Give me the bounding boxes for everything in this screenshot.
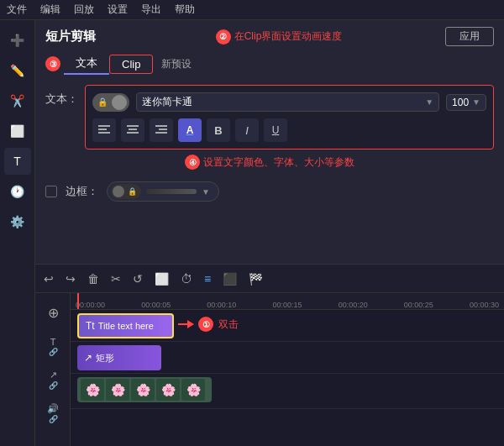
content-area: 短片剪辑 ② 在Clip界面设置动画速度 应用 ③ 文本 Clip 新预设 文本… — [35, 20, 504, 446]
video-thumb-2: 🌸 — [106, 379, 129, 401]
tl-redo-button[interactable]: ↪ — [66, 272, 76, 286]
font-name: 迷你简卡通 — [142, 95, 192, 109]
svg-rect-3 — [127, 125, 139, 127]
tab-wenben[interactable]: 文本 — [64, 53, 109, 75]
menu-help[interactable]: 帮助 — [175, 3, 195, 17]
svg-rect-2 — [98, 132, 110, 134]
italic-button[interactable]: I — [235, 118, 259, 142]
border-toggle-knob — [113, 186, 124, 197]
border-section: 边框： 🔒 ▼ — [45, 181, 494, 202]
menu-file[interactable]: 文件 — [7, 3, 27, 17]
tl-align-button[interactable]: ≡ — [204, 272, 211, 286]
tabs: ③ 文本 Clip 新预设 — [45, 53, 494, 75]
tl-text-track-icon[interactable]: T 🔗 — [35, 330, 71, 362]
color-swatch-bar — [146, 189, 197, 194]
svg-rect-8 — [155, 132, 167, 134]
clip-video[interactable]: 🌸 🌸 🌸 🌸 🌸 — [77, 377, 212, 402]
ruler-10: 00:00:10 — [207, 301, 272, 309]
timeline-toolbar: ↩ ↪ 🗑 ✂ ↺ ⬜ ⏱ ≡ ⬛ 🏁 — [35, 265, 504, 293]
ann3-circle: ③ — [45, 56, 60, 71]
ruler-15: 00:00:15 — [272, 301, 338, 309]
video-thumb-3: 🌸 — [131, 379, 155, 401]
menu-edit[interactable]: 编辑 — [40, 3, 60, 17]
ann1-text: 双击 — [218, 317, 239, 332]
clip-shape[interactable]: ↗ 矩形 — [77, 345, 161, 370]
tl-crop-button[interactable]: ⬜ — [155, 272, 169, 286]
sidebar-text-icon[interactable]: T — [4, 148, 31, 175]
svg-rect-0 — [98, 125, 110, 127]
ann4-circle: ④ — [185, 155, 200, 170]
tl-video-track-icon[interactable]: 🔊 🔗 — [35, 397, 71, 429]
align-right-button[interactable] — [150, 118, 173, 142]
tl-track-title: Tt Title text here ① 双击 — [71, 310, 504, 342]
border-toggle[interactable]: 🔒 — [111, 184, 141, 199]
svg-rect-7 — [159, 129, 167, 130]
swatch-dropdown-arrow: ▼ — [202, 187, 210, 197]
align-center-button[interactable] — [121, 118, 144, 142]
sidebar-add-icon[interactable]: ➕ — [4, 27, 31, 54]
annotation-2: ② 在Clip界面设置动画速度 — [216, 29, 343, 45]
timeline: ↩ ↪ 🗑 ✂ ↺ ⬜ ⏱ ≡ ⬛ 🏁 ⊕ T 🔗 — [35, 264, 504, 446]
tl-add-track-icon[interactable]: ⊕ — [35, 296, 71, 328]
tl-arrow-icon: ↗ — [50, 370, 57, 380]
tl-left-panel: ⊕ T 🔗 ↗ 🔗 — [35, 293, 71, 446]
font-dropdown-arrow: ▼ — [425, 97, 433, 107]
menubar: 文件 编辑 回放 设置 导出 帮助 — [0, 0, 504, 20]
ann1-circle: ① — [198, 317, 213, 332]
tl-speed-button[interactable]: ⏱ — [181, 272, 192, 286]
tl-export-button[interactable]: ⬛ — [223, 272, 237, 286]
sidebar-edit-icon[interactable]: ✏️ — [4, 57, 31, 84]
svg-rect-1 — [98, 129, 107, 130]
font-select[interactable]: 迷你简卡通 ▼ — [136, 92, 439, 112]
ann4-text: 设置文字颜色、字体、大小等参数 — [203, 155, 354, 170]
underline-button[interactable]: U — [264, 118, 287, 142]
ruler-25: 00:00:25 — [404, 301, 470, 309]
text-toggle[interactable]: 🔒 — [92, 93, 129, 112]
sidebar-time-icon[interactable]: 🕐 — [4, 178, 31, 205]
tab-new-preset[interactable]: 新预设 — [153, 55, 200, 74]
tl-tracks: Tt Title text here ① 双击 — [71, 310, 504, 409]
color-button[interactable]: A — [178, 118, 202, 142]
clip-title[interactable]: Tt Title text here — [77, 313, 174, 338]
menu-playback[interactable]: 回放 — [74, 3, 94, 17]
tl-undo-button[interactable]: ↩ — [44, 272, 54, 286]
underline-icon: U — [272, 124, 280, 136]
video-thumb-4: 🌸 — [156, 379, 180, 401]
tl-link3-icon: 🔗 — [49, 415, 58, 423]
text-section: 文本： 🔒 迷你简卡通 ▼ — [45, 85, 494, 170]
svg-rect-6 — [155, 125, 167, 127]
sidebar-gear-icon[interactable]: ⚙️ — [4, 208, 31, 235]
ruler-30: 00:00:30 — [470, 301, 499, 309]
text-row1: 🔒 迷你简卡通 ▼ 100 ▼ — [92, 92, 486, 112]
bold-button[interactable]: B — [207, 118, 230, 142]
timeline-content: ⊕ T 🔗 ↗ 🔗 — [35, 293, 504, 446]
sidebar-rect-icon[interactable]: ⬜ — [4, 118, 31, 144]
apply-button[interactable]: 应用 — [445, 27, 494, 46]
tl-rotate-button[interactable]: ↺ — [133, 272, 143, 286]
size-select[interactable]: 100 ▼ — [446, 94, 486, 111]
sidebar-cut-icon[interactable]: ✂️ — [4, 87, 31, 114]
annotation-4: ④ 设置文字颜色、字体、大小等参数 — [45, 155, 494, 170]
border-label: 边框： — [66, 184, 98, 199]
tl-flag-button[interactable]: 🏁 — [249, 272, 263, 286]
clip-shape-label: 矩形 — [96, 352, 114, 365]
border-checkbox[interactable] — [45, 186, 57, 197]
main-container: ➕ ✏️ ✂️ ⬜ T 🕐 ⚙️ 短片剪辑 ② 在Clip界面设置动画速度 应用… — [0, 20, 504, 446]
top-panel: 短片剪辑 ② 在Clip界面设置动画速度 应用 ③ 文本 Clip 新预设 文本… — [35, 20, 504, 264]
tl-film-icon: 🔊 — [47, 403, 59, 414]
ruler-05: 00:00:05 — [141, 301, 207, 309]
menu-settings[interactable]: 设置 — [108, 3, 128, 17]
ruler-cursor — [77, 293, 79, 309]
tl-cut-button[interactable]: ✂ — [111, 272, 121, 286]
tl-link2-icon: 🔗 — [49, 381, 58, 390]
panel-header: 短片剪辑 ② 在Clip界面设置动画速度 应用 — [45, 27, 494, 46]
align-left-button[interactable] — [92, 118, 116, 142]
tl-delete-button[interactable]: 🗑 — [87, 272, 99, 286]
ann1-line — [178, 323, 193, 325]
menu-export[interactable]: 导出 — [141, 3, 161, 17]
ruler-00: 00:00:00 — [76, 301, 141, 309]
tab-clip[interactable]: Clip — [109, 55, 153, 74]
tl-shape-track-icon[interactable]: ↗ 🔗 — [35, 364, 71, 396]
ann2-circle: ② — [216, 29, 231, 45]
border-color-toggle[interactable]: 🔒 ▼ — [107, 181, 219, 202]
